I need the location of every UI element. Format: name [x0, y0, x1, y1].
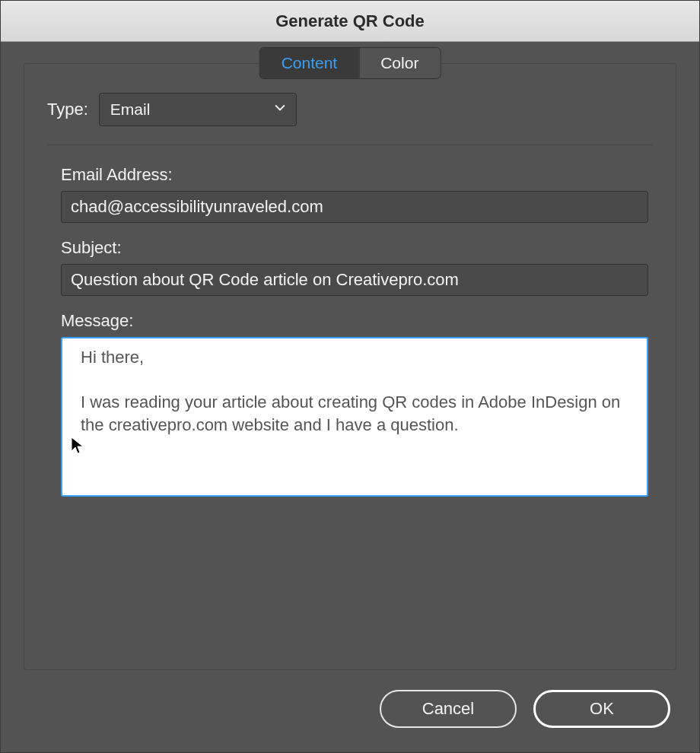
message-label: Message:	[61, 311, 648, 331]
dialog-footer: Cancel OK	[24, 670, 676, 734]
email-address-label: Email Address:	[61, 165, 648, 185]
tab-color-label: Color	[380, 54, 418, 71]
ok-button[interactable]: OK	[533, 690, 670, 728]
email-address-input[interactable]	[61, 191, 648, 223]
dialog-title: Generate QR Code	[275, 11, 425, 31]
tab-content-label: Content	[282, 54, 338, 71]
message-textarea[interactable]	[61, 337, 648, 497]
content-panel: Content Color Type: Email Email Address:	[24, 63, 676, 670]
type-label: Type:	[47, 100, 88, 119]
cancel-button[interactable]: Cancel	[380, 690, 517, 728]
generate-qr-code-dialog: Generate QR Code Content Color Type: Ema…	[0, 0, 700, 753]
type-selected-value: Email	[110, 100, 151, 119]
email-form: Email Address: Subject: Message:	[47, 165, 653, 500]
subject-label: Subject:	[61, 238, 648, 258]
type-select[interactable]: Email	[99, 93, 297, 126]
subject-input[interactable]	[61, 264, 648, 296]
title-bar: Generate QR Code	[1, 1, 699, 42]
cancel-button-label: Cancel	[422, 699, 474, 719]
dialog-body: Content Color Type: Email Email Address:	[1, 42, 699, 752]
type-row: Type: Email	[47, 93, 653, 126]
tab-content[interactable]: Content	[260, 48, 359, 78]
tab-color[interactable]: Color	[358, 48, 440, 78]
ok-button-label: OK	[590, 699, 614, 719]
tab-bar: Content Color	[259, 47, 441, 79]
chevron-down-icon	[275, 104, 285, 115]
divider	[47, 145, 653, 145]
